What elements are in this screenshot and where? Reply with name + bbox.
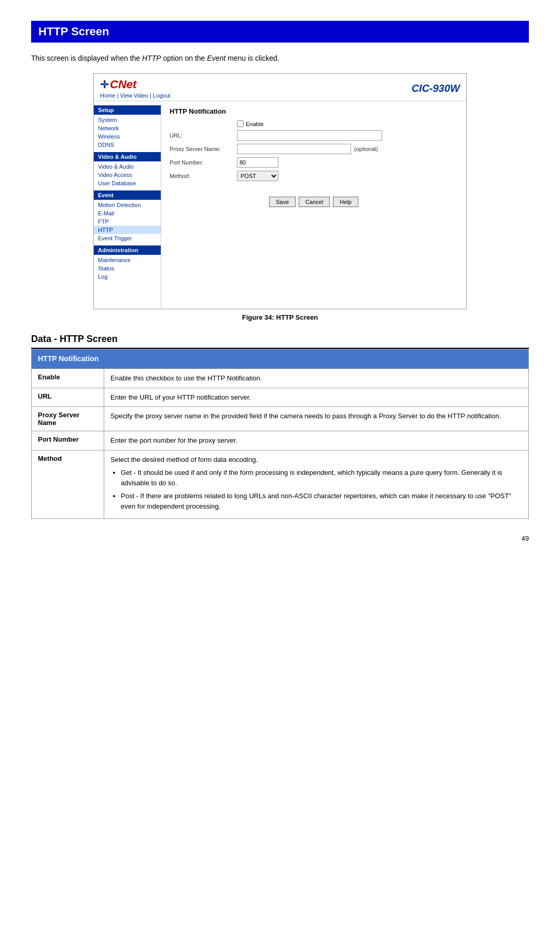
port-control — [237, 157, 278, 168]
url-label: URL: — [170, 132, 237, 139]
url-control — [237, 130, 382, 141]
sidebar-item-motion-detection[interactable]: Motion Detection — [94, 201, 161, 209]
table-row-method: Method Select the desired method of form… — [32, 450, 529, 519]
desc-enable: Enable this checkbox to use the HTTP Not… — [104, 369, 529, 388]
bullet-get: Get - It should be used if and only if t… — [121, 468, 522, 488]
nav-home[interactable]: Home — [100, 92, 115, 99]
bullet-post: Post - If there are problems related to … — [121, 491, 522, 511]
proxy-input[interactable] — [237, 144, 351, 154]
camera-ui-mockup: ✛CNet Home | View Video | Logout CIC-930… — [93, 73, 467, 309]
cancel-button[interactable]: Cancel — [299, 197, 330, 207]
proxy-control: (optional) — [237, 144, 378, 154]
table-row-enable: Enable Enable this checkbox to use the H… — [32, 369, 529, 388]
field-enable: Enable — [32, 369, 104, 388]
method-select[interactable]: POST GET — [237, 171, 278, 181]
sidebar-section-setup: Setup — [94, 105, 161, 115]
intro-italic-http: HTTP — [142, 54, 161, 62]
main-content: HTTP Notification Enable URL: — [161, 101, 466, 309]
method-control: POST GET — [237, 171, 278, 181]
sidebar-item-event-trigger[interactable]: Event Trigger — [94, 234, 161, 242]
figure-caption: Figure 34: HTTP Screen — [31, 313, 529, 321]
sidebar-section-administration: Administration — [94, 245, 161, 255]
sidebar-item-email[interactable]: E-Mail — [94, 209, 161, 217]
url-input[interactable] — [237, 130, 382, 141]
sidebar-item-ftp[interactable]: FTP — [94, 217, 161, 226]
port-input[interactable] — [237, 157, 278, 168]
proxy-label: Proxy Server Name: — [170, 146, 237, 152]
sidebar-item-maintenance[interactable]: Maintenance — [94, 256, 161, 264]
port-label: Port Number: — [170, 159, 237, 166]
logo-cnet: CNet — [110, 78, 136, 91]
method-desc-text: Select the desired method of form data e… — [110, 456, 258, 463]
sidebar-item-user-database[interactable]: User Database — [94, 179, 161, 187]
table-row-proxy: Proxy ServerName Specify the proxy serve… — [32, 407, 529, 431]
form-row-proxy: Proxy Server Name: (optional) — [170, 144, 458, 154]
enable-checkbox[interactable] — [237, 120, 244, 127]
method-bullet-list: Get - It should be used if and only if t… — [121, 468, 522, 511]
enable-checkbox-label[interactable]: Enable — [237, 120, 263, 127]
form-row-port: Port Number: — [170, 157, 458, 168]
form-row-enable: Enable — [170, 120, 458, 127]
intro-paragraph: This screen is displayed when the HTTP o… — [31, 53, 529, 64]
sidebar-item-video-audio[interactable]: Video & Audio — [94, 162, 161, 171]
nav-view-video[interactable]: View Video — [120, 92, 148, 99]
desc-proxy: Specify the proxy server name in the pro… — [104, 407, 529, 431]
sidebar-item-system[interactable]: System — [94, 116, 161, 124]
intro-italic-event: Event — [207, 54, 226, 62]
sidebar-item-http[interactable]: HTTP — [94, 226, 161, 234]
sidebar-item-log[interactable]: Log — [94, 272, 161, 281]
table-header-row: HTTP Notification — [32, 349, 529, 369]
enable-text: Enable — [246, 121, 263, 127]
camera-header: ✛CNet Home | View Video | Logout CIC-930… — [94, 74, 466, 101]
model-name: CIC-930W — [412, 83, 460, 94]
sidebar-section-event: Event — [94, 190, 161, 200]
form-section-title: HTTP Notification — [170, 107, 458, 115]
sidebar-item-network[interactable]: Network — [94, 124, 161, 132]
sidebar-item-video-access[interactable]: Video Access — [94, 171, 161, 179]
desc-url: Enter the URL of your HTTP notification … — [104, 388, 529, 407]
help-button[interactable]: Help — [333, 197, 358, 207]
camera-body: Setup System Network Wireless DDNS Video… — [94, 101, 466, 309]
data-table: HTTP Notification Enable Enable this che… — [31, 349, 529, 519]
page-title: HTTP Screen — [31, 21, 529, 43]
sidebar-section-video-audio: Video & Audio — [94, 152, 161, 161]
logo-text: ✛CNet — [100, 78, 171, 91]
form-row-method: Method: POST GET — [170, 171, 458, 181]
data-section-title: Data - HTTP Screen — [31, 334, 529, 349]
nav-logout[interactable]: Logout — [153, 92, 171, 99]
optional-text: (optional) — [354, 146, 378, 152]
method-label: Method: — [170, 173, 237, 179]
page-number: 49 — [31, 535, 529, 542]
button-row: Save Cancel Help — [170, 197, 458, 212]
field-url: URL — [32, 388, 104, 407]
sidebar: Setup System Network Wireless DDNS Video… — [94, 101, 161, 309]
camera-logo: ✛CNet Home | View Video | Logout — [100, 78, 171, 99]
sidebar-item-status[interactable]: Status — [94, 264, 161, 272]
field-method: Method — [32, 450, 104, 519]
form-row-url: URL: — [170, 130, 458, 141]
field-proxy: Proxy ServerName — [32, 407, 104, 431]
sidebar-item-ddns[interactable]: DDNS — [94, 141, 161, 149]
desc-method: Select the desired method of form data e… — [104, 450, 529, 519]
field-port: Port Number — [32, 431, 104, 450]
desc-port: Enter the port number for the proxy serv… — [104, 431, 529, 450]
logo-cross-icon: ✛ — [100, 78, 109, 91]
table-row-url: URL Enter the URL of your HTTP notificat… — [32, 388, 529, 407]
logo-nav: Home | View Video | Logout — [100, 92, 171, 99]
save-button[interactable]: Save — [269, 197, 296, 207]
enable-control: Enable — [237, 120, 263, 127]
sidebar-item-wireless[interactable]: Wireless — [94, 132, 161, 141]
table-row-port: Port Number Enter the port number for th… — [32, 431, 529, 450]
table-header-cell: HTTP Notification — [32, 349, 529, 369]
